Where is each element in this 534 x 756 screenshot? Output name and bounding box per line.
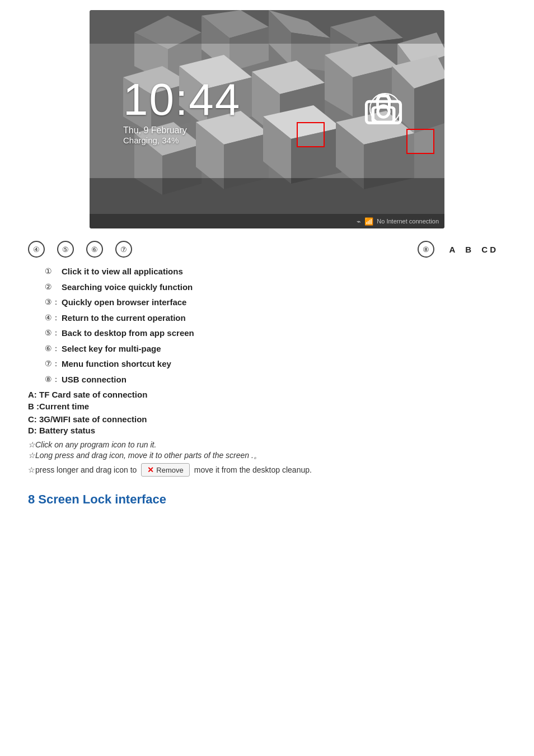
wifi-icon: 📶	[364, 217, 373, 226]
star-note-1: ☆Click on any program icon to run it.	[28, 440, 500, 449]
remove-note-after: move it from the desktop cleanup.	[194, 465, 312, 474]
desc-num-6: ⑥：	[45, 343, 62, 354]
desc-item-3: ③： Quickly open browser interface	[45, 296, 500, 309]
svg-rect-43	[90, 10, 444, 44]
label-b-desc: B :Current time	[28, 402, 500, 411]
button-circle-5[interactable]: ⑤	[57, 241, 74, 258]
desc-num-5: ⑤：	[45, 327, 62, 339]
battery-status: Charging, 34%	[123, 136, 241, 145]
label-d-desc: D: Battery status	[28, 426, 500, 435]
remove-x-icon: ✕	[147, 465, 154, 474]
desc-num-1: ①	[45, 265, 62, 277]
ab-section: A: TF Card sate of connection B :Current…	[0, 389, 534, 411]
button-circle-6[interactable]: ⑥	[86, 241, 103, 258]
desc-item-7: ⑦： Menu function shortcut key	[45, 358, 500, 371]
annotation-box-right	[406, 129, 434, 154]
desc-item-6: ⑥： Select key for multi-page	[45, 343, 500, 356]
lock-small-icon	[410, 100, 428, 118]
lock-icons-row	[339, 93, 428, 124]
desc-text-4: Return to the current operation	[62, 312, 186, 325]
remove-note-before: ☆press longer and drag icon to	[28, 465, 137, 474]
desc-item-2: ② Searching voice quickly function	[45, 281, 500, 294]
desc-num-2: ②	[45, 281, 62, 293]
annotation-box-left	[297, 122, 325, 147]
connection-status: No Internet connection	[377, 218, 439, 225]
time-display: 10:44 Thu, 9 February Charging, 34%	[123, 77, 241, 145]
desc-num-4: ④：	[45, 312, 62, 324]
desc-num-8: ⑧：	[45, 374, 62, 385]
desc-text-6: Select key for multi-page	[62, 343, 161, 356]
label-c-desc: C: 3G/WIFI sate of connection	[28, 414, 500, 424]
star-notes-section: ☆Click on any program icon to run it. ☆L…	[0, 437, 534, 477]
phone-screenshot: 10:44 Thu, 9 February Charging, 34%	[90, 10, 444, 228]
usb-icon: ⌁	[357, 217, 361, 226]
cd-section: C: 3G/WIFI sate of connection D: Battery…	[0, 413, 534, 435]
star-note-2: ☆Long press and drag icon, move it to ot…	[28, 451, 500, 461]
section-heading: 8 Screen Lock interface	[0, 477, 534, 512]
clock-date: Thu, 9 February	[123, 125, 241, 136]
desc-item-8: ⑧： USB connection	[45, 374, 500, 386]
svg-rect-49	[373, 108, 395, 122]
star-note-remove: ☆press longer and drag icon to ✕ Remove …	[28, 463, 500, 477]
desc-text-3: Quickly open browser interface	[62, 296, 186, 309]
desc-text-7: Menu function shortcut key	[62, 358, 171, 371]
description-list: ① Click it to view all applications ② Se…	[0, 263, 534, 386]
label-cd: C D	[481, 245, 496, 254]
desc-num-7: ⑦：	[45, 358, 62, 370]
desc-text-1: Click it to view all applications	[62, 265, 183, 278]
desc-item-5: ⑤： Back to desktop from app screen	[45, 327, 500, 340]
desc-item-4: ④： Return to the current operation	[45, 312, 500, 325]
desc-text-8: USB connection	[62, 374, 127, 386]
remove-label: Remove	[156, 466, 183, 474]
desc-text-5: Back to desktop from app screen	[62, 327, 194, 340]
desc-item-1: ① Click it to view all applications	[45, 265, 500, 278]
cube-background: 10:44 Thu, 9 February Charging, 34%	[90, 10, 444, 228]
button-circle-7[interactable]: ⑦	[115, 241, 132, 258]
button-circle-8[interactable]: ⑧	[418, 241, 434, 258]
desc-num-3: ③：	[45, 296, 62, 308]
desc-text-2: Searching voice quickly function	[62, 281, 193, 294]
button-circle-4[interactable]: ④	[28, 241, 45, 258]
status-bar: ⌁ 📶 No Internet connection	[90, 214, 444, 228]
label-a: A	[449, 245, 455, 254]
label-a-desc: A: TF Card sate of connection	[28, 390, 500, 399]
button-row: ④ ⑤ ⑥ ⑦ ⑧ A B C D	[0, 228, 534, 263]
label-b: B	[465, 245, 471, 254]
remove-button-graphic: ✕ Remove	[141, 463, 189, 477]
clock-time: 10:44	[123, 77, 241, 122]
